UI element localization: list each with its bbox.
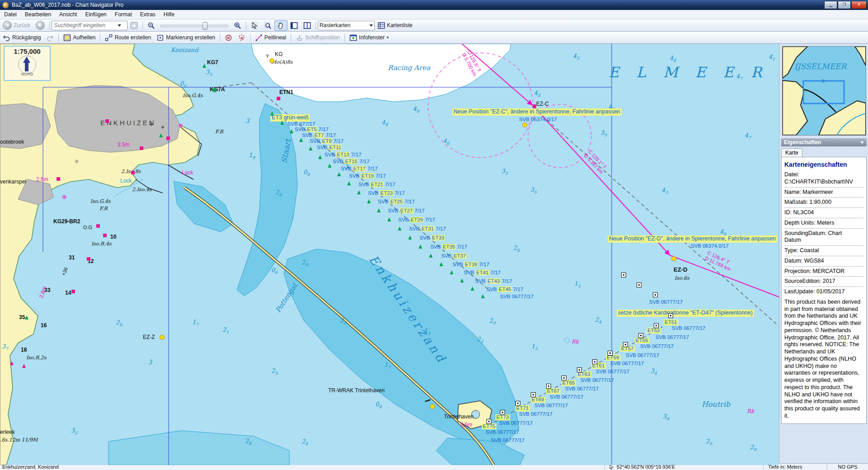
close-button[interactable]: ✕ bbox=[851, 1, 867, 9]
tab-karte[interactable]: Karte bbox=[781, 148, 802, 157]
buoy-m[interactable] bbox=[654, 323, 659, 328]
buoy-g[interactable] bbox=[367, 199, 371, 203]
buoy-y[interactable] bbox=[430, 404, 435, 409]
buoy-g[interactable] bbox=[398, 226, 401, 230]
pan-tool-button[interactable] bbox=[274, 20, 288, 31]
buoy-m[interactable] bbox=[623, 342, 628, 347]
minimize-button[interactable]: ▁ bbox=[824, 1, 837, 9]
menu-datei[interactable]: Datei bbox=[0, 10, 21, 19]
buoy-g[interactable] bbox=[450, 270, 453, 274]
undo-button[interactable]: Rückgängig bbox=[0, 33, 43, 43]
zoom-select-tool-button[interactable] bbox=[261, 20, 274, 31]
buoy-r[interactable] bbox=[277, 97, 280, 100]
slider-thumb[interactable] bbox=[203, 22, 208, 30]
menu-hilfe[interactable]: Hilfe bbox=[160, 10, 179, 19]
markierung-erstellen-button[interactable]: Markierung erstellen bbox=[154, 33, 218, 43]
buoy-g[interactable] bbox=[419, 244, 422, 249]
buoy-g[interactable] bbox=[357, 190, 361, 194]
menu-ansicht[interactable]: Ansicht bbox=[55, 10, 81, 19]
search-combobox[interactable] bbox=[52, 21, 127, 30]
delete-mark-button[interactable] bbox=[222, 33, 235, 43]
buoy-rkc[interactable] bbox=[564, 338, 570, 343]
kartenliste-button[interactable]: Kartenliste bbox=[375, 20, 415, 31]
chart-type-combobox[interactable]: Rasterkarten bbox=[318, 21, 375, 30]
menu-einfügen[interactable]: Einfügen bbox=[81, 10, 110, 19]
forward-button[interactable]: ► bbox=[33, 19, 47, 31]
buoy-g[interactable] bbox=[439, 262, 443, 266]
buoy-m[interactable] bbox=[531, 392, 536, 397]
buoy-hb[interactable]: ⊕ bbox=[62, 194, 67, 200]
panel-header[interactable]: Eigenschaften bbox=[781, 138, 867, 146]
buoy-y[interactable] bbox=[522, 122, 527, 127]
buoy-g[interactable] bbox=[203, 64, 206, 68]
buoy-g[interactable] bbox=[270, 112, 274, 116]
buoy-m[interactable] bbox=[637, 282, 642, 287]
buoy-g[interactable] bbox=[299, 138, 303, 142]
single-pane-view-button[interactable] bbox=[288, 20, 301, 31]
buoy-m[interactable] bbox=[515, 401, 520, 406]
buoy-g[interactable] bbox=[377, 208, 381, 212]
buoy-m[interactable] bbox=[561, 376, 566, 381]
search-input[interactable] bbox=[53, 22, 115, 29]
buoy-y[interactable] bbox=[160, 335, 165, 340]
buoy-hb[interactable]: ⊕ bbox=[178, 122, 183, 128]
buoy-r[interactable] bbox=[103, 234, 107, 237]
buoy-r[interactable] bbox=[105, 119, 109, 123]
schiffsposition-button[interactable]: Schiffsposition bbox=[293, 33, 343, 43]
maximize-button[interactable]: ❐ bbox=[838, 1, 851, 9]
redo-button[interactable] bbox=[43, 33, 57, 43]
search-go-button[interactable] bbox=[127, 20, 141, 31]
buoy-g[interactable] bbox=[460, 278, 464, 282]
buoy-r[interactable] bbox=[96, 224, 100, 228]
menu-bearbeiten[interactable]: Bearbeiten bbox=[21, 10, 55, 19]
menu-extras[interactable]: Extras bbox=[136, 10, 160, 19]
polygon-tool-button[interactable] bbox=[235, 33, 248, 43]
buoy-mg[interactable] bbox=[22, 364, 26, 368]
menu-format[interactable]: Format bbox=[111, 10, 136, 19]
buoy-g[interactable] bbox=[309, 146, 312, 150]
split-pane-view-button[interactable] bbox=[301, 20, 314, 31]
chevron-down-icon[interactable] bbox=[118, 24, 121, 27]
peillineal-button[interactable]: Peillineal bbox=[252, 33, 289, 43]
buoy-g[interactable] bbox=[290, 129, 293, 133]
buoy-m[interactable] bbox=[668, 313, 673, 318]
overview-map[interactable]: IJSSELMEER bbox=[782, 46, 866, 136]
buoy-r[interactable] bbox=[131, 171, 135, 174]
zoom-in-button[interactable] bbox=[231, 20, 244, 31]
buoy-g[interactable] bbox=[25, 315, 28, 320]
buoy-r[interactable] bbox=[71, 290, 75, 293]
buoy-g[interactable] bbox=[328, 164, 331, 168]
buoy-g[interactable] bbox=[337, 172, 341, 176]
buoy-ml[interactable]: ✳ bbox=[74, 159, 79, 164]
back-button[interactable]: ◄ Zurück bbox=[0, 19, 33, 31]
chevron-down-icon[interactable] bbox=[860, 141, 864, 144]
buoy-y[interactable] bbox=[671, 256, 676, 261]
buoy-m[interactable] bbox=[592, 359, 597, 364]
buoy-m[interactable] bbox=[500, 410, 505, 415]
buoy-y[interactable] bbox=[269, 58, 274, 63]
buoy-gs[interactable] bbox=[212, 88, 217, 92]
buoy-g[interactable] bbox=[471, 287, 474, 291]
aufhellen-button[interactable]: Aufhellen bbox=[61, 33, 98, 43]
buoy-r[interactable] bbox=[140, 146, 143, 150]
buoy-g[interactable] bbox=[387, 217, 391, 221]
buoy-m[interactable] bbox=[638, 333, 643, 338]
buoy-w[interactable] bbox=[425, 399, 430, 402]
route-erstellen-button[interactable]: Route erstellen bbox=[102, 33, 154, 43]
buoy-g[interactable] bbox=[347, 181, 351, 185]
zoom-slider[interactable] bbox=[160, 22, 228, 29]
chart-canvas[interactable]: KooizandRacing AreaE L M E E RStaartPott… bbox=[0, 44, 779, 465]
buoy-g[interactable] bbox=[280, 121, 284, 125]
buoy-r[interactable] bbox=[533, 104, 536, 108]
buoy-m[interactable] bbox=[486, 419, 491, 424]
buoy-r[interactable] bbox=[166, 136, 170, 140]
buoy-r[interactable] bbox=[57, 177, 60, 181]
select-tool-button[interactable] bbox=[248, 20, 261, 31]
buoy-g[interactable] bbox=[408, 235, 412, 240]
buoy-r[interactable] bbox=[87, 257, 90, 261]
buoy-m[interactable] bbox=[621, 273, 626, 277]
infofenster-button[interactable]: Infofenster bbox=[347, 33, 391, 43]
buoy-mg[interactable] bbox=[10, 361, 14, 365]
zoom-out-button[interactable] bbox=[145, 20, 158, 31]
buoy-m[interactable] bbox=[546, 384, 551, 389]
